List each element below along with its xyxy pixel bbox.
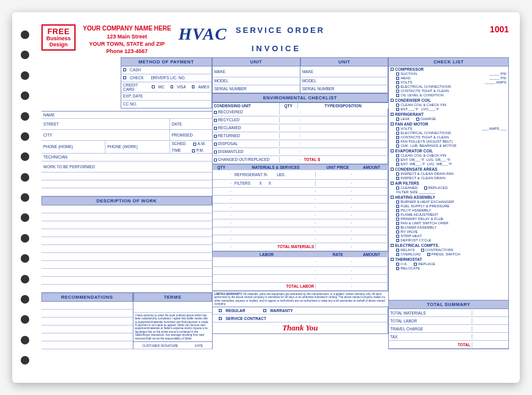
checkbox[interactable]	[219, 309, 222, 312]
unit1-serial[interactable]: SERIAL NUMBER	[213, 85, 300, 93]
desc-row[interactable]	[41, 229, 212, 237]
desc-row[interactable]	[41, 277, 212, 285]
mat-row[interactable]	[213, 188, 389, 196]
checklist-item[interactable]: ENT.___°F LVG.___°F	[389, 107, 508, 112]
env-row[interactable]: DISPOSAL	[213, 140, 389, 148]
checklist-item[interactable]: LEAK CHARGE	[389, 117, 508, 121]
desc-row[interactable]	[41, 285, 212, 293]
name-field[interactable]: NAME	[41, 111, 212, 119]
rec-row[interactable]	[41, 341, 133, 349]
sum-materials[interactable]: TOTAL MATERIALS	[389, 309, 508, 317]
blank-row[interactable]	[41, 173, 212, 180]
blank-row[interactable]	[41, 188, 212, 196]
checkbox[interactable]	[123, 76, 126, 79]
labor-row[interactable]	[213, 275, 389, 283]
checklist-item[interactable]: CLEAN COIL & CHECK FIN	[389, 154, 508, 158]
checklist-item[interactable]: HEAD_____ PSI	[389, 76, 508, 80]
desc-row[interactable]	[41, 221, 212, 229]
checklist-item[interactable]: INSPECT & CLEAN DRAIN PAN	[389, 172, 508, 176]
phone-home-field[interactable]: PHONE (HOME)	[41, 141, 105, 154]
payment-ccno-row[interactable]: CC NO.	[121, 101, 212, 109]
checklist-item[interactable]: ENT. WB___°F LVG. WB___°F	[389, 162, 508, 166]
unit1-make[interactable]: MAKE	[213, 66, 300, 77]
date-field[interactable]: DATE	[169, 119, 212, 130]
rec-row[interactable]	[41, 302, 133, 310]
checklist-item[interactable]: BLOWER ASSEMBLY	[389, 226, 508, 230]
mat-row[interactable]	[213, 212, 389, 219]
checklist-item[interactable]: SUCTION_____ PSI	[389, 72, 508, 76]
unit2-model[interactable]: MODEL	[300, 77, 388, 85]
checkbox[interactable]	[193, 143, 196, 146]
checklist-item[interactable]: DEFROST CYCLE	[389, 238, 508, 243]
checklist-item[interactable]: CHK. LUB. BEARINGS & MOTOR	[389, 144, 508, 148]
env-row[interactable]: RECLAIMED	[213, 124, 389, 132]
checklist-item[interactable]: FUEL SUPPLY & PRESSURE	[389, 204, 508, 208]
payment-exp-row[interactable]: EXP. DATE	[121, 93, 212, 101]
checklist-item[interactable]: O.K. REPLACE	[389, 262, 508, 266]
checkbox[interactable]	[171, 85, 173, 88]
mat-row-filters[interactable]: FILTERS X X	[213, 180, 389, 188]
promised-field[interactable]: PROMISED	[169, 130, 212, 141]
checklist-item[interactable]: OIL LEVEL & CONDITION	[389, 93, 508, 98]
sum-tax[interactable]: TAX	[389, 333, 508, 341]
mat-row[interactable]	[213, 196, 389, 204]
checklist-item[interactable]: PRIMARY RELAY & FLUE	[389, 217, 508, 221]
checklist-item[interactable]: FAN PULLEYS (ADJUST BELT)	[389, 140, 508, 144]
checklist-item[interactable]: FLAME ADJUSTMENT	[389, 213, 508, 217]
checkbox[interactable]	[192, 85, 194, 88]
checkbox[interactable]	[263, 309, 266, 312]
checklist-item[interactable]: CLEAN COIL & CHECK FIN	[389, 103, 508, 107]
rec-row[interactable]	[41, 318, 133, 326]
unit1-model[interactable]: MODEL	[213, 77, 300, 85]
mat-row-refrigerant[interactable]: REFRIGERANT R- LBS.	[213, 170, 389, 180]
checkbox[interactable]	[123, 68, 126, 71]
checklist-item[interactable]: RELAYS CONTRACTORS	[389, 248, 508, 252]
desc-row[interactable]	[41, 245, 212, 253]
rec-row[interactable]	[41, 326, 133, 333]
terms-row[interactable]	[133, 302, 212, 313]
env-row[interactable]: CHANGED OUT/REPLACEDTOTAL $	[213, 156, 389, 164]
sum-travel[interactable]: TRAVEL CHARGE	[389, 325, 508, 333]
env-row[interactable]: DISMANTLED	[213, 148, 389, 156]
work-performed-field[interactable]: WORK TO BE PERFORMED	[41, 162, 212, 173]
checkbox[interactable]	[152, 85, 154, 88]
checklist-item[interactable]: STRIP HEAT	[389, 234, 508, 238]
unit2-serial[interactable]: SERIAL NUMBER	[300, 85, 388, 93]
mat-row[interactable]	[213, 204, 389, 212]
desc-row[interactable]	[41, 213, 212, 221]
sum-labor[interactable]: TOTAL LABOR	[389, 317, 508, 325]
checklist-item[interactable]: VOLTS___ AMPS ___	[389, 127, 508, 131]
env-row[interactable]: RECOVERED	[213, 109, 389, 116]
technician-field[interactable]: TECHNICIAN	[41, 154, 212, 162]
mat-row[interactable]	[213, 227, 389, 235]
street-field[interactable]: STREET	[41, 119, 169, 130]
mat-row[interactable]	[213, 219, 389, 227]
labor-row[interactable]	[213, 267, 389, 275]
checklist-item[interactable]: FAN & LIMIT SWITCH OPER.	[389, 221, 508, 226]
env-row[interactable]: RETURNED	[213, 132, 389, 140]
rec-row[interactable]	[41, 333, 133, 341]
checklist-item[interactable]: CLEANED REPLACED	[389, 186, 508, 190]
checklist-item[interactable]: OVERLOAD PRESS. SWITCH	[389, 252, 508, 257]
checklist-item[interactable]: ELECTRICAL CONNECTIONS	[389, 131, 508, 135]
sched-field[interactable]: SCHED. A.M. TIME P.M.	[169, 141, 212, 154]
checklist-item[interactable]: RV VALVE	[389, 230, 508, 234]
checklist-item[interactable]: ELECTRICAL CONNECTIONS	[389, 85, 508, 89]
checklist-item[interactable]: CONTACTS TIGHT & CLEAN	[389, 135, 508, 140]
desc-row[interactable]	[41, 253, 212, 261]
checklist-item[interactable]: RELOCATE	[389, 266, 508, 271]
phone-work-field[interactable]: PHONE (WORK)	[105, 141, 169, 154]
sum-total[interactable]: TOTAL	[389, 341, 508, 349]
desc-row[interactable]	[41, 237, 212, 245]
desc-row[interactable]	[41, 205, 212, 213]
checklist-item[interactable]: BURNER & HEAT EXCHANGER	[389, 200, 508, 204]
checklist-item[interactable]: INSPECT & CLEAN DRAIN	[389, 176, 508, 180]
checklist-item[interactable]: VOLTS_____ AMPS	[389, 80, 508, 85]
city-field[interactable]: CITY	[41, 130, 169, 141]
labor-row[interactable]	[213, 257, 389, 267]
env-row[interactable]: RECYCLED	[213, 116, 389, 124]
blank-row[interactable]	[41, 180, 212, 188]
checkbox[interactable]	[192, 149, 195, 152]
checklist-item[interactable]: CONTACTS TIGHT & CLEAN	[389, 89, 508, 93]
checklist-item[interactable]: PILOT ASSEMBLY	[389, 208, 508, 213]
